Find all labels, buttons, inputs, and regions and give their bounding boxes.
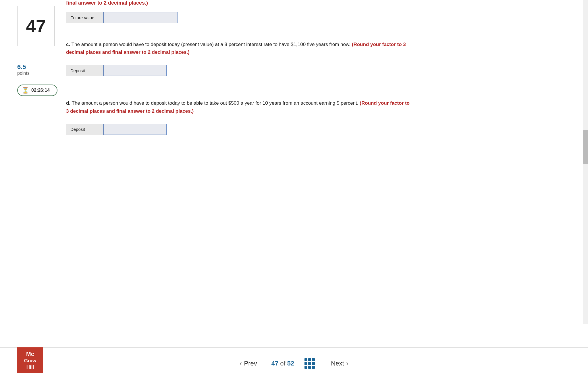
question-c-area: c. The amount a person would have to dep… [66, 41, 571, 76]
total-pages: 52 [287, 360, 294, 367]
points-label: points [17, 71, 55, 76]
page-info: 47 of 52 [271, 360, 294, 367]
logo-hill: Hill [21, 364, 39, 370]
question-c-label: c. [66, 42, 70, 47]
timer-text: 02:26:14 [31, 88, 50, 93]
question-d-text: d. The amount a person would have to dep… [66, 99, 411, 115]
mcgraw-hill-logo: Mc Graw Hill [17, 347, 43, 373]
question-d-area: d. The amount a person would have to dep… [66, 99, 571, 135]
grid-dot-3 [312, 358, 315, 361]
question-number-box: 47 [17, 6, 55, 46]
question-d-body: The amount a person would have to deposi… [72, 100, 360, 106]
prev-label: Prev [244, 360, 257, 367]
points-value: 6.5 [17, 63, 55, 71]
grid-dot-1 [304, 358, 307, 361]
grid-view-button[interactable] [303, 357, 317, 370]
grid-dot-9 [312, 366, 315, 369]
footer-nav: Mc Graw Hill ‹ Prev 47 of 52 [0, 347, 588, 379]
grid-dot-4 [304, 362, 307, 365]
question-number: 47 [26, 16, 46, 36]
prev-arrow-icon: ‹ [240, 360, 242, 367]
left-sidebar: 47 6.5 points ⏳ 02:26:14 [0, 0, 60, 347]
grid-dot-5 [308, 362, 311, 365]
logo-graw: Graw [21, 358, 39, 364]
question-d-field-label: Deposit [66, 124, 103, 135]
future-value-row: Future value [66, 12, 571, 23]
hourglass-icon: ⏳ [22, 87, 29, 94]
points-section: 6.5 points [17, 63, 55, 76]
question-c-body: The amount a person would have to deposi… [72, 42, 352, 47]
question-d-label: d. [66, 100, 70, 106]
scrollbar-thumb [583, 130, 588, 164]
timer-box: ⏳ 02:26:14 [17, 85, 57, 96]
question-d-input[interactable] [103, 124, 167, 135]
grid-icon [304, 358, 315, 369]
of-label: of [280, 360, 287, 367]
main-content: 47 6.5 points ⏳ 02:26:14 final answer to… [0, 0, 588, 347]
next-arrow-icon: › [346, 360, 348, 367]
grid-dot-2 [308, 358, 311, 361]
current-page: 47 [271, 360, 278, 367]
content-area: final answer to 2 decimal places.) Futur… [60, 0, 588, 347]
grid-dot-8 [308, 366, 311, 369]
future-value-input[interactable] [103, 12, 178, 23]
next-button[interactable]: Next › [325, 357, 354, 370]
logo-mc: Mc [21, 350, 39, 358]
question-c-input-row: Deposit [66, 65, 571, 76]
page-wrapper: 47 6.5 points ⏳ 02:26:14 final answer to… [0, 0, 588, 379]
question-c-field-label: Deposit [66, 65, 103, 76]
scrollbar[interactable] [583, 0, 588, 324]
grid-dot-6 [312, 362, 315, 365]
grid-dot-7 [304, 366, 307, 369]
next-label: Next [331, 360, 344, 367]
top-instruction: final answer to 2 decimal places.) [66, 0, 571, 6]
question-c-text: c. The amount a person would have to dep… [66, 41, 411, 56]
nav-controls: ‹ Prev 47 of 52 [234, 357, 354, 370]
future-value-label: Future value [66, 12, 103, 23]
question-c-input[interactable] [103, 65, 167, 76]
question-d-input-row: Deposit [66, 124, 571, 135]
prev-button[interactable]: ‹ Prev [234, 357, 263, 370]
